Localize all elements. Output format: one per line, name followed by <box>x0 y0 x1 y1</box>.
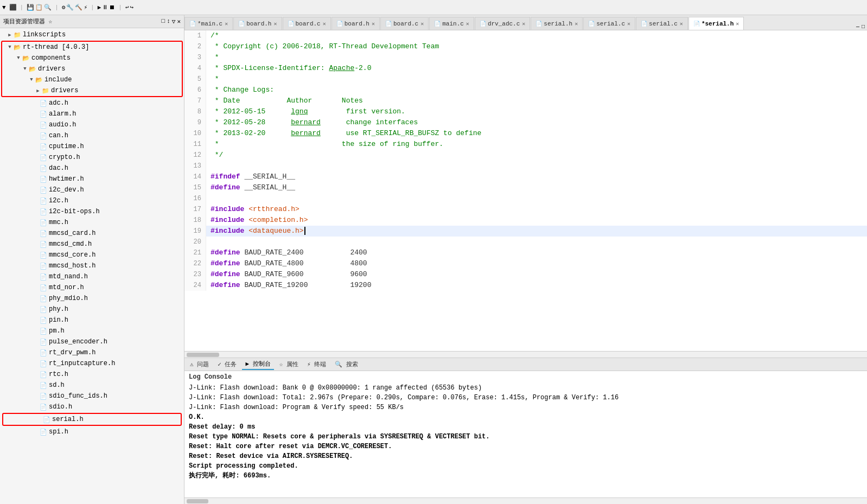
tab-board-h-1[interactable]: 📄 board.h ✕ <box>233 17 282 30</box>
tree-item-serial-h[interactable]: 📄 serial.h <box>3 414 181 425</box>
toolbar-icon-12[interactable]: ↩ <box>125 4 129 11</box>
tab-close[interactable]: ✕ <box>522 21 525 27</box>
bottom-tab-problems[interactable]: ⚠ 问题 <box>187 359 212 369</box>
tree-label-drivers: drivers <box>38 65 65 73</box>
bottom-tab-search[interactable]: 🔍 搜索 <box>331 359 361 369</box>
tab-main-c[interactable]: 📄 *main.c ✕ <box>184 17 233 30</box>
tree-item-pin[interactable]: 📄 pin.h <box>0 315 184 326</box>
tree-item-pulse-encoder[interactable]: 📄 pulse_encoder.h <box>0 336 184 347</box>
tree-item-mmcsd-card[interactable]: 📄 mmcsd_card.h <box>0 228 184 239</box>
tree-item-rt-drv-pwm[interactable]: 📄 rt_drv_pwm.h <box>0 347 184 358</box>
tab-close[interactable]: ✕ <box>273 21 277 27</box>
tree-item-spi[interactable]: 📄 spi.h <box>0 426 184 437</box>
tree-item-mtd-nand[interactable]: 📄 mtd_nand.h <box>0 271 184 282</box>
tab-close[interactable]: ✕ <box>466 21 469 27</box>
tree-item-audio[interactable]: 📄 audio.h <box>0 119 184 130</box>
tree-item-mmc[interactable]: 📄 mmc.h <box>0 217 184 228</box>
tree-item-linkscripts[interactable]: ▶ 📁 linkscripts <box>0 29 184 40</box>
console-scroll-x[interactable] <box>184 497 867 504</box>
tree-label-components: components <box>31 54 71 62</box>
tab-close[interactable]: ✕ <box>323 21 326 27</box>
tree-item-phy-mdio[interactable]: 📄 phy_mdio.h <box>0 293 184 304</box>
toolbar-icon-1[interactable]: ▼ <box>2 4 6 11</box>
file-icon: 📄 <box>39 197 48 205</box>
toolbar-icon-6[interactable]: 🔧 <box>66 4 74 11</box>
tree-item-mtd-nor[interactable]: 📄 mtd_nor.h <box>0 282 184 293</box>
tab-close[interactable]: ✕ <box>420 21 424 27</box>
toolbar-icon-5[interactable]: ⚙ <box>62 4 66 11</box>
tree-item-drivers[interactable]: ▼ 📂 drivers <box>2 63 182 74</box>
tab-close[interactable]: ✕ <box>372 21 375 27</box>
tab-main-c-2[interactable]: 📄 main.c ✕ <box>429 17 474 30</box>
tree-item-pm[interactable]: 📄 pm.h <box>0 326 184 336</box>
tab-icon: 📄 <box>238 21 245 27</box>
toolbar-save[interactable]: 💾 <box>27 4 34 11</box>
tab-serial-h-1[interactable]: 📄 serial.h ✕ <box>531 17 583 30</box>
sidebar-tree[interactable]: ▶ 📁 linkscripts ▼ 📂 rt-thread [4.0.3] ▼ … <box>0 28 184 504</box>
file-icon: 📄 <box>39 164 48 172</box>
toolbar-icon-4[interactable]: 🔍 <box>44 4 52 11</box>
tab-board-c-1[interactable]: 📄 board.c ✕ <box>283 17 331 30</box>
tree-item-alarm[interactable]: 📄 alarm.h <box>0 109 184 119</box>
sidebar-icon-1[interactable]: □ <box>162 18 165 25</box>
tab-close[interactable]: ✕ <box>225 21 228 27</box>
tree-item-components[interactable]: ▼ 📂 components <box>2 53 182 63</box>
tab-board-c-2[interactable]: 📄 board.c ✕ <box>380 17 429 30</box>
tree-item-drivers2[interactable]: ▶ 📁 drivers <box>2 85 182 96</box>
tree-item-crypto[interactable]: 📄 crypto.h <box>0 152 184 163</box>
tree-item-can[interactable]: 📄 can.h <box>0 130 184 141</box>
toolbar-icon-8[interactable]: ⚡ <box>84 4 87 11</box>
bottom-tab-properties[interactable]: ☆ 属性 <box>276 359 302 369</box>
tab-drv-adc[interactable]: 📄 drv_adc.c ✕ <box>475 17 530 30</box>
tab-serial-c-2[interactable]: 📄 serial.c ✕ <box>636 17 688 30</box>
tree-item-i2c-bit-ops[interactable]: 📄 i2c-bit-ops.h <box>0 206 184 217</box>
tree-item-i2c-dev[interactable]: 📄 i2c_dev.h <box>0 184 184 195</box>
tree-item-mmcsd-cmd[interactable]: 📄 mmcsd_cmd.h <box>0 239 184 250</box>
tab-close[interactable]: ✕ <box>627 21 630 27</box>
tree-item-dac[interactable]: 📄 dac.h <box>0 163 184 174</box>
sidebar-icon-4[interactable]: ✕ <box>177 18 181 25</box>
tree-item-adc[interactable]: 📄 adc.h <box>0 98 184 109</box>
tree-item-sd[interactable]: 📄 sd.h <box>0 380 184 391</box>
sidebar-icon-3[interactable]: ▽ <box>172 18 176 25</box>
toolbar-icon-9[interactable]: ▶ <box>98 4 101 11</box>
bottom-tab-tasks[interactable]: ✓ 任务 <box>214 359 240 369</box>
editor-scroll-x[interactable] <box>184 351 867 358</box>
bottom-tab-console[interactable]: ▶ 控制台 <box>242 359 273 370</box>
tab-serial-c-1[interactable]: 📄 serial.c ✕ <box>583 17 635 30</box>
tab-close[interactable]: ✕ <box>680 21 683 27</box>
editor-area[interactable]: 1 /* 2 * Copyright (c) 2006-2018, RT-Thr… <box>184 30 867 351</box>
sidebar-icon-2[interactable]: ↕ <box>167 18 170 25</box>
tree-item-hwtimer[interactable]: 📄 hwtimer.h <box>0 174 184 184</box>
code-line-2: 2 * Copyright (c) 2006-2018, RT-Thread D… <box>184 41 867 52</box>
tab-close-active[interactable]: ✕ <box>736 21 739 27</box>
tab-maximize[interactable]: □ <box>862 24 865 30</box>
tree-item-rtc[interactable]: 📄 rtc.h <box>0 369 184 380</box>
tree-item-mmcsd-core[interactable]: 📄 mmcsd_core.h <box>0 250 184 260</box>
toolbar-icon-2[interactable]: ⬛ <box>9 4 17 11</box>
tree-item-rt-inputcapture[interactable]: 📄 rt_inputcapture.h <box>0 358 184 369</box>
toolbar-icon-10[interactable]: ⏸ <box>102 4 108 11</box>
tree-item-sdio[interactable]: 📄 sdio.h <box>0 401 184 412</box>
tab-close[interactable]: ✕ <box>575 21 578 27</box>
tree-item-include[interactable]: ▼ 📂 include <box>2 74 182 85</box>
tree-label: i2c.h <box>49 197 68 205</box>
tree-item-phy[interactable]: 📄 phy.h <box>0 304 184 315</box>
code-line-16: 16 <box>184 193 867 204</box>
tab-board-h-2[interactable]: 📄 board.h ✕ <box>331 17 380 30</box>
tree-item-rt-thread[interactable]: ▼ 📂 rt-thread [4.0.3] <box>2 42 182 53</box>
tree-item-cputime[interactable]: 📄 cputime.h <box>0 141 184 152</box>
toolbar-icon-13[interactable]: ↪ <box>130 4 134 11</box>
tab-minimize[interactable]: — <box>856 24 859 30</box>
toolbar-icon-7[interactable]: 🔨 <box>75 4 82 11</box>
tree-item-mmcsd-host[interactable]: 📄 mmcsd_host.h <box>0 260 184 271</box>
bottom-tab-terminal[interactable]: ⚡ 终端 <box>304 359 329 369</box>
tree-label: i2c-bit-ops.h <box>49 208 100 215</box>
toolbar-icon-3[interactable]: 📋 <box>35 4 43 11</box>
tree-item-sdio-func-ids[interactable]: 📄 sdio_func_ids.h <box>0 391 184 401</box>
console-content[interactable]: Log Console J-Link: Flash download: Bank… <box>184 371 867 497</box>
toolbar-icon-11[interactable]: ⏹ <box>109 4 115 11</box>
tree-item-i2c[interactable]: 📄 i2c.h <box>0 195 184 206</box>
tab-serial-h-active[interactable]: 📄 *serial.h ✕ <box>688 17 744 30</box>
folder-open-icon2: 📂 <box>22 54 30 62</box>
